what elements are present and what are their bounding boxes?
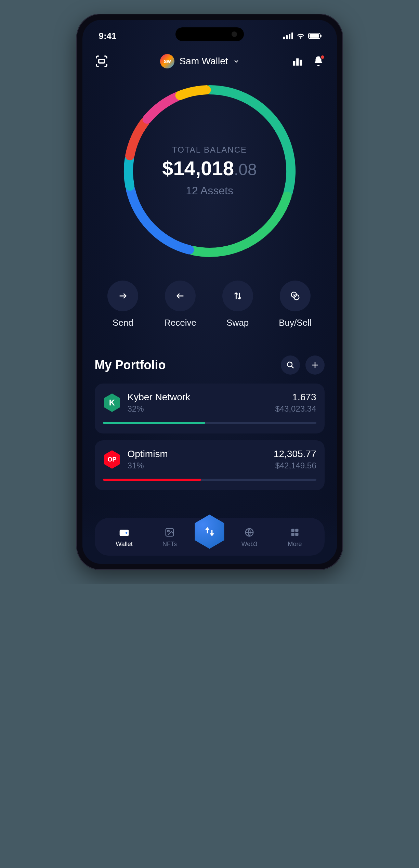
nav-center-button[interactable] [193, 515, 227, 549]
nav-wallet-label: Wallet [116, 541, 132, 548]
asset-name: Kyber Network [128, 392, 269, 403]
nav-web3[interactable]: Web3 [227, 526, 272, 548]
grid-icon [290, 528, 300, 537]
globe-icon [244, 527, 254, 537]
balance-label: TOTAL BALANCE [172, 145, 247, 155]
device-notch [175, 27, 244, 41]
wallet-avatar: SW [160, 54, 174, 68]
receive-button[interactable]: Receive [164, 281, 196, 328]
scan-icon[interactable] [95, 54, 108, 68]
balance-cents: .08 [234, 160, 257, 179]
svg-rect-1 [293, 61, 296, 66]
chart-icon[interactable] [291, 55, 303, 67]
wallet-icon [119, 527, 130, 538]
status-indicators [283, 33, 320, 39]
send-label: Send [113, 318, 133, 328]
svg-point-21 [126, 532, 127, 533]
svg-text:$: $ [293, 293, 295, 297]
portfolio-title: My Portfolio [95, 358, 166, 372]
search-button[interactable] [281, 355, 300, 375]
asset-usd: $43,023.34 [275, 404, 316, 414]
app-header: SW Sam Wallet [82, 44, 337, 72]
signal-icon [283, 33, 293, 39]
status-time: 9:41 [99, 31, 117, 41]
wifi-icon [297, 33, 305, 39]
bottom-nav: Wallet NFTs Web3 More [95, 518, 325, 556]
image-icon [165, 527, 175, 537]
notifications-button[interactable] [313, 55, 324, 67]
nav-nfts[interactable]: NFTs [147, 526, 193, 548]
buysell-label: Buy/Sell [279, 318, 311, 328]
arrow-left-icon [175, 291, 185, 301]
nav-more[interactable]: More [272, 526, 318, 548]
portfolio-section: My Portfolio K Kyber Network 32% [82, 345, 337, 490]
svg-rect-20 [120, 530, 129, 536]
wallet-selector[interactable]: SW Sam Wallet [160, 54, 239, 68]
nav-wallet[interactable]: Wallet [102, 526, 147, 548]
asset-percent: 32% [128, 404, 269, 414]
swap-button[interactable]: Swap [222, 281, 253, 328]
battery-icon [308, 33, 320, 39]
asset-card[interactable]: OP Optimism 31% 12,305.77 $42,149.56 [95, 440, 325, 490]
nav-nfts-label: NFTs [162, 541, 177, 548]
asset-card[interactable]: K Kyber Network 32% 1.673 $43,023.34 [95, 384, 325, 433]
asset-amount: 1.673 [275, 392, 316, 403]
svg-rect-3 [300, 60, 302, 66]
svg-rect-2 [297, 59, 299, 66]
asset-amount: 12,305.77 [274, 449, 316, 459]
add-button[interactable] [305, 355, 325, 375]
arrow-right-icon [118, 291, 128, 301]
svg-rect-26 [295, 529, 298, 532]
search-icon [286, 361, 294, 369]
exchange-icon [203, 525, 217, 539]
swap-icon [233, 291, 243, 301]
wallet-name: Sam Wallet [179, 56, 228, 67]
svg-rect-25 [291, 529, 294, 532]
nav-more-label: More [288, 541, 302, 548]
svg-point-23 [168, 530, 169, 532]
balance-amount: $14,018 [162, 157, 234, 179]
receive-label: Receive [164, 318, 196, 328]
send-button[interactable]: Send [107, 281, 138, 328]
svg-rect-0 [99, 60, 104, 63]
asset-progress [103, 479, 316, 481]
svg-rect-27 [291, 533, 294, 536]
asset-percent: 31% [128, 461, 267, 470]
svg-rect-28 [295, 533, 298, 536]
buysell-button[interactable]: $ Buy/Sell [279, 281, 311, 328]
swap-label: Swap [226, 318, 249, 328]
balance-section: TOTAL BALANCE $14,018.08 12 Assets [82, 72, 337, 267]
chevron-down-icon [233, 58, 240, 65]
svg-point-16 [287, 362, 292, 367]
asset-usd: $42,149.56 [274, 461, 316, 470]
svg-line-17 [291, 366, 293, 368]
asset-progress [103, 422, 316, 424]
app-screen: 9:41 SW Sam Wallet [82, 20, 337, 564]
asset-count: 12 Assets [186, 184, 233, 197]
plus-icon [311, 361, 319, 369]
nav-web3-label: Web3 [241, 541, 258, 548]
asset-icon: OP [103, 450, 121, 469]
asset-icon: K [103, 393, 121, 412]
action-row: Send Receive Swap $ Buy/Sell [82, 267, 337, 345]
asset-name: Optimism [128, 449, 267, 459]
phone-frame: 9:41 SW Sam Wallet [76, 14, 343, 570]
coins-icon: $ [290, 291, 300, 301]
